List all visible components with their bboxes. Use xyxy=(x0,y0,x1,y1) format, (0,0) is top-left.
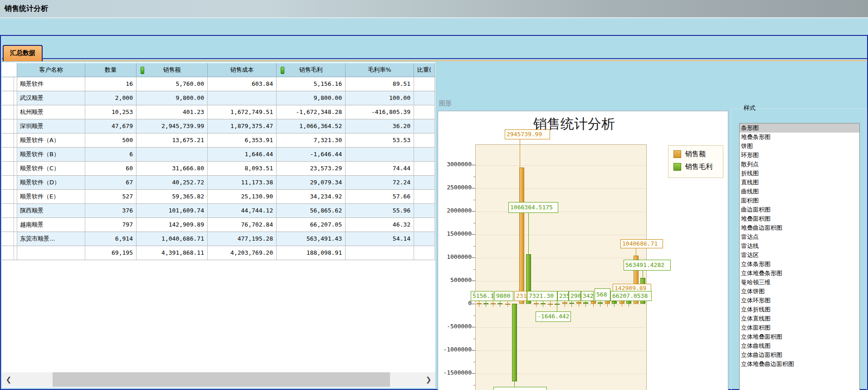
style-option[interactable]: 立体面积图 xyxy=(740,323,859,332)
row-header[interactable] xyxy=(2,204,17,218)
gridline xyxy=(476,258,646,258)
y-axis-tick-label: 500000 xyxy=(440,276,472,283)
chart-plot-area xyxy=(475,144,647,390)
y-axis-major-tick xyxy=(472,234,475,235)
table-row-cell xyxy=(414,77,435,91)
total-row-cell: 4,203,769.20 xyxy=(208,246,277,260)
style-option[interactable]: 面积图 xyxy=(740,196,859,205)
tab-summary-data[interactable]: 汇总数据 xyxy=(3,45,43,61)
row-header[interactable] xyxy=(2,91,17,105)
column-header-weight[interactable]: 比重( xyxy=(414,63,435,77)
style-option[interactable]: 立体环形图 xyxy=(740,296,859,305)
style-option[interactable]: 曲边面积图 xyxy=(740,205,859,214)
annotation-connector xyxy=(528,213,529,254)
style-option[interactable]: 立体饼图 xyxy=(740,287,859,296)
row-header[interactable] xyxy=(2,190,17,204)
style-option[interactable]: 立体曲边面积图 xyxy=(740,351,859,360)
style-option[interactable]: 堆叠曲边面积图 xyxy=(740,223,859,232)
bar-value-label: -1672348.2833 xyxy=(493,387,547,390)
y-axis-minor-tick xyxy=(473,385,475,385)
style-option[interactable]: 折线图 xyxy=(740,169,859,178)
row-header[interactable] xyxy=(2,148,17,162)
table-row-cell: 34,234.92 xyxy=(277,190,346,204)
chart-legend: 销售额 销售毛利 xyxy=(668,145,723,178)
table-row-cell: 顺景软件（B） xyxy=(17,148,85,162)
table-row-cell: 89.51 xyxy=(346,77,414,91)
table-row-cell: 57.66 xyxy=(346,190,414,204)
y-axis-major-tick xyxy=(472,165,475,165)
annotation-stem xyxy=(486,301,486,307)
y-axis-tick-label: 1500000 xyxy=(440,230,472,237)
table-row-cell: 76,702.84 xyxy=(208,218,277,232)
row-header[interactable] xyxy=(2,77,17,91)
annotation-stem xyxy=(565,301,565,307)
gridline xyxy=(476,235,646,235)
style-option[interactable]: 堆叠面积图 xyxy=(740,214,859,223)
style-option[interactable]: 立体堆叠曲边面积图 xyxy=(740,360,859,369)
style-option[interactable]: 条形图 xyxy=(740,123,859,133)
table-row-cell: 142,909.89 xyxy=(137,218,208,232)
chart-style-listbox[interactable]: 条形图堆叠条形图饼图环形图散列点折线图直线图曲线图面积图曲边面积图堆叠面积图堆叠… xyxy=(739,123,860,390)
page-title: 销售统计分析 xyxy=(5,4,48,14)
style-option[interactable]: 立体堆叠条形图 xyxy=(740,269,859,278)
row-header[interactable] xyxy=(2,119,17,133)
bar-value-label: 66207.0538 xyxy=(610,291,652,301)
style-option[interactable]: 立体条形图 xyxy=(740,260,859,269)
table-row-cell: 500 xyxy=(85,133,137,148)
style-option[interactable]: 曼哈顿三维 xyxy=(740,278,859,287)
summary-table: 客户名称数量销售额销售成本销售毛利毛利率%比重(顺景软件165,760.0060… xyxy=(2,62,435,388)
scroll-right-icon[interactable]: ❯ xyxy=(423,372,434,387)
row-header[interactable] xyxy=(2,162,17,176)
row-header[interactable] xyxy=(2,105,17,119)
scroll-left-icon[interactable]: ❮ xyxy=(3,372,15,387)
y-axis-minor-tick xyxy=(473,177,475,177)
annotation-stem xyxy=(593,301,594,307)
annotation-stem xyxy=(614,301,614,307)
main-content: 汇总数据 客户名称数量销售额销售成本销售毛利毛利率%比重(顺景软件165,760… xyxy=(0,35,868,390)
table-row-cell xyxy=(414,133,435,148)
column-header-margin[interactable]: 毛利率% xyxy=(346,63,414,77)
column-header-sales[interactable]: 销售额 xyxy=(137,63,208,77)
table-row-cell xyxy=(414,105,435,119)
table-row-cell: 31,666.80 xyxy=(137,162,208,176)
style-option[interactable]: 雷达线 xyxy=(740,242,859,251)
style-option[interactable]: 环形图 xyxy=(740,151,859,160)
row-header[interactable] xyxy=(2,246,17,260)
table-row-cell: 越南顺景 xyxy=(17,218,85,232)
row-header[interactable] xyxy=(2,218,17,232)
style-option[interactable]: 曲线图 xyxy=(740,187,859,196)
y-axis-minor-tick xyxy=(473,316,475,316)
bar-value-label: 1040686.71 xyxy=(620,239,663,248)
table-row-cell: 1,879,375.47 xyxy=(208,119,277,133)
style-option[interactable]: 散列点 xyxy=(740,160,859,169)
table-row-cell: 72.24 xyxy=(346,176,414,190)
column-header-qty[interactable]: 数量 xyxy=(85,63,137,77)
style-option[interactable]: 雷达区 xyxy=(740,251,859,260)
horizontal-scrollbar[interactable]: ❮ ❯ xyxy=(2,372,435,387)
table-row-cell: 顺景软件 xyxy=(17,77,85,91)
column-header-name[interactable]: 客户名称 xyxy=(17,63,85,77)
bar-value-label: 231 xyxy=(514,291,527,301)
legend-label: 销售毛利 xyxy=(685,163,712,171)
table-row-cell: 23,573.29 xyxy=(277,162,346,176)
style-option[interactable]: 立体直线图 xyxy=(740,314,859,323)
row-header[interactable] xyxy=(2,232,17,246)
row-header[interactable] xyxy=(2,133,17,148)
row-header[interactable] xyxy=(2,176,17,190)
table-row-cell: 25,130.90 xyxy=(208,190,277,204)
column-header-profit[interactable]: 销售毛利 xyxy=(277,63,346,77)
style-option[interactable]: 饼图 xyxy=(740,142,859,151)
style-option[interactable]: 雷达点 xyxy=(740,232,859,242)
column-header-cost[interactable]: 销售成本 xyxy=(208,63,277,77)
y-axis-minor-tick xyxy=(473,246,475,247)
style-option[interactable]: 立体曲线图 xyxy=(740,341,859,351)
style-option[interactable]: 立体折线图 xyxy=(740,305,859,314)
style-option[interactable]: 直线图 xyxy=(740,178,859,187)
table-row-cell: 46.32 xyxy=(346,218,414,232)
style-option[interactable]: 立体堆叠面积图 xyxy=(740,332,859,341)
style-option[interactable]: 堆叠条形图 xyxy=(740,133,859,142)
table-row-cell: 陕西顺景 xyxy=(17,204,85,218)
scrollbar-thumb[interactable] xyxy=(53,372,390,387)
table-row-cell: 11,173.38 xyxy=(208,176,277,190)
gridline xyxy=(476,212,646,212)
